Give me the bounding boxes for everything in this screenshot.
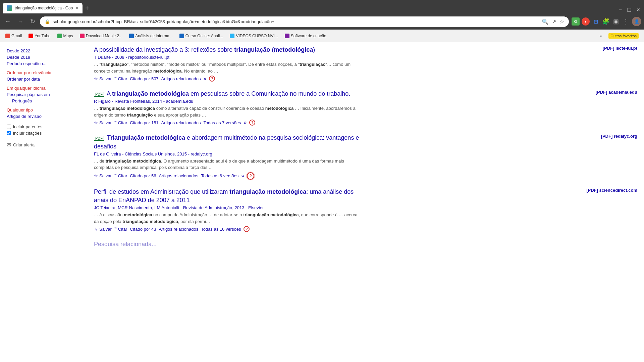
sidebar-portugues[interactable]: Português — [7, 98, 80, 104]
related-articles-link[interactable]: Artigos relacionados — [161, 120, 201, 125]
bookmark-maps[interactable]: Maps — [55, 32, 76, 40]
result-title[interactable]: Pesquisa relacionada... — [94, 240, 362, 248]
related-articles-link[interactable]: Artigos relacionados — [161, 76, 201, 81]
quote-icon: ❞ — [114, 76, 117, 81]
outros-favoritos-folder[interactable]: Outros favoritos — [606, 32, 641, 40]
tab-close-button[interactable]: × — [75, 5, 78, 11]
bookmark-icon[interactable]: ☆ — [559, 18, 564, 25]
sidebar-ordenar-data[interactable]: Ordenar por data — [7, 76, 80, 82]
more-button[interactable]: » — [203, 76, 206, 82]
forward-button[interactable]: → — [15, 17, 25, 27]
versions-link[interactable]: Todas as 7 versões — [203, 120, 241, 125]
bookmark-curso[interactable]: Curso Online: Análi... — [177, 32, 226, 40]
back-button[interactable]: ← — [3, 17, 13, 27]
analisis-favicon — [129, 34, 134, 38]
pdf-source-link[interactable]: iscte-iul.pt — [615, 46, 637, 51]
patentes-label: incluir patentes — [13, 124, 42, 129]
bookmarks-more-button[interactable]: » — [597, 32, 605, 40]
help-circle-icon[interactable]: ? — [249, 120, 255, 126]
related-articles-link[interactable]: Artigos relacionados — [159, 227, 198, 232]
pdf-badge[interactable]: [PDF] redalyc.org — [601, 134, 637, 139]
pdf-source-link[interactable]: redalyc.org — [614, 134, 637, 139]
versions-link[interactable]: Todas as 6 versões — [201, 173, 238, 178]
cited-count[interactable]: Citado por 507 — [130, 76, 158, 81]
result-title[interactable]: PDF A triangulação metodológica em pesqu… — [94, 90, 362, 98]
more-button[interactable]: » — [244, 120, 247, 126]
pdf-source-link[interactable]: academia.edu — [608, 90, 637, 95]
result-title[interactable]: Perfil de estudos em Administração que u… — [94, 188, 362, 205]
extension-blue[interactable]: ⊞ — [592, 17, 600, 26]
minimize-button[interactable]: − — [619, 6, 622, 13]
cite-button[interactable]: ❞ Citar — [114, 120, 127, 125]
pdf-source-link[interactable]: sciencedirect.com — [599, 188, 637, 193]
share-icon[interactable]: ↗ — [552, 18, 556, 25]
address-bar[interactable]: 🔒 scholar.google.com.br/scholar?hl=pt-BR… — [40, 16, 569, 27]
sidebar-pesquisar-paginas[interactable]: Pesquisar páginas em — [7, 91, 80, 98]
sidebar-ordenar-relevancia[interactable]: Ordenar por relevância — [7, 70, 80, 76]
bookmark-maple[interactable]: Download Maple 2... — [77, 32, 125, 40]
new-tab-button[interactable]: + — [83, 4, 92, 12]
more-button[interactable]: » — [241, 173, 244, 179]
result-snippet: … A discussão metodológica no campo da A… — [94, 212, 362, 225]
bookmark-curso-label: Curso Online: Análi... — [185, 34, 223, 38]
save-button[interactable]: ☆ Salvar — [94, 120, 112, 125]
citacoes-input[interactable] — [7, 131, 11, 135]
search-icon[interactable]: 🔍 — [542, 18, 548, 25]
sidebar-qualquer-tipo[interactable]: Qualquer tipo — [7, 107, 80, 113]
result-author-link[interactable]: JC Teixeira — [94, 205, 115, 210]
result-author-link[interactable]: FL de Oliveira — [94, 151, 121, 156]
extensions-icon[interactable]: G — [572, 17, 580, 26]
incluir-citacoes-checkbox[interactable]: incluir citações — [7, 130, 80, 136]
active-tab[interactable]: triangulação metodológica - Goo × — [3, 3, 83, 13]
save-button[interactable]: ☆ Salvar — [94, 173, 112, 178]
sidebar-artigos-revisao[interactable]: Artigos de revisão — [7, 113, 80, 120]
save-button[interactable]: ☆ Salvar — [94, 76, 112, 81]
bookmark-software[interactable]: Software de criação... — [282, 32, 332, 40]
result-author-link[interactable]: R Figaro — [94, 99, 111, 104]
cite-button[interactable]: ❞ Citar — [114, 173, 127, 178]
incluir-patentes-checkbox[interactable]: incluir patentes — [7, 124, 80, 130]
language-filter-section: Em qualquer idioma Pesquisar páginas em … — [7, 85, 80, 104]
sidebar-periodo-especifico[interactable]: Período específico... — [7, 60, 80, 67]
pdf-badge[interactable]: [PDF] iscte-iul.pt — [603, 46, 637, 51]
puzzle-icon[interactable]: 🧩 — [602, 17, 610, 26]
star-icon: ☆ — [94, 76, 98, 81]
result-actions: ☆ Salvar ❞ Citar Citado por 507 Artigos … — [94, 76, 362, 82]
bookmark-gmail[interactable]: Gmail — [3, 32, 24, 40]
sidebar-desde-2022[interactable]: Desde 2022 — [7, 48, 80, 54]
help-circle-highlighted-icon[interactable]: ? — [247, 172, 254, 180]
save-button[interactable]: ☆ Salvar — [94, 227, 112, 232]
result-header: Perfil de estudos em Administração que u… — [94, 188, 637, 232]
menu-icon[interactable]: ⋮ — [622, 17, 630, 26]
result-title[interactable]: PDF Triangulação metodológica e abordage… — [94, 134, 362, 150]
cite-button[interactable]: ❞ Citar — [114, 227, 127, 232]
refresh-button[interactable]: ↻ — [28, 16, 37, 27]
cited-count[interactable]: Citado por 43 — [130, 227, 156, 232]
extension-red[interactable]: ● — [582, 17, 590, 26]
cited-count[interactable]: Citado por 151 — [130, 120, 158, 125]
result-item: Pesquisa relacionada... — [94, 240, 637, 248]
bookmark-videos[interactable]: VIDEOS CURSO NVI... — [227, 32, 280, 40]
result-author-link2[interactable]: LM Antonialli — [154, 205, 179, 210]
patentes-input[interactable] — [7, 125, 11, 129]
help-circle-icon[interactable]: ? — [209, 76, 215, 82]
cite-button[interactable]: ❞ Citar — [114, 76, 127, 81]
youtube-favicon — [29, 34, 33, 38]
cited-count[interactable]: Citado por 56 — [130, 173, 156, 178]
profile-avatar[interactable]: 👤 — [632, 17, 641, 26]
close-window-button[interactable]: × — [636, 6, 640, 13]
pdf-badge[interactable]: [PDF] academia.edu — [596, 90, 637, 95]
help-circle-icon[interactable]: ? — [244, 226, 250, 232]
sidebar-toggle-icon[interactable]: ▣ — [612, 17, 620, 26]
versions-link[interactable]: Todas as 16 versões — [201, 227, 241, 232]
result-title[interactable]: A possibilidade da investigação a 3: ref… — [94, 46, 362, 54]
bookmark-youtube[interactable]: YouTube — [26, 32, 53, 40]
sidebar-qualquer-idioma[interactable]: Em qualquer idioma — [7, 85, 80, 91]
related-articles-link[interactable]: Artigos relacionados — [159, 173, 198, 178]
result-author-link[interactable]: T Duarte — [94, 55, 111, 60]
pdf-badge[interactable]: [PDF] sciencedirect.com — [586, 188, 637, 193]
sidebar-desde-2019[interactable]: Desde 2019 — [7, 54, 80, 60]
bookmark-analisis[interactable]: Análisis de informa... — [126, 32, 175, 40]
create-alert-button[interactable]: ✉ Criar alerta — [7, 140, 80, 149]
maximize-button[interactable]: □ — [628, 6, 631, 13]
